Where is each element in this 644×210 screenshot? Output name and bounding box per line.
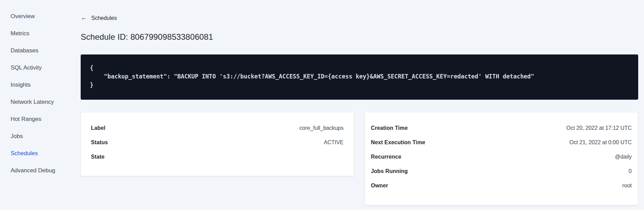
row-label: Creation Time [371, 125, 408, 131]
sidebar-item-hot-ranges[interactable]: Hot Ranges [0, 111, 68, 128]
code-line: { [90, 64, 628, 72]
table-row: Status ACTIVE [91, 135, 344, 150]
row-value: core_full_backups [299, 125, 344, 131]
back-link-label: Schedules [91, 15, 117, 21]
table-row: Recurrence @daily [371, 150, 632, 164]
sidebar-nav: Overview Metrics Databases SQL Activity … [0, 0, 68, 210]
sidebar-item-overview[interactable]: Overview [0, 8, 68, 25]
code-line: } [90, 81, 628, 89]
row-value: Oct 21, 2022 at 0:00 UTC [569, 139, 632, 146]
back-to-schedules-link[interactable]: ← Schedules [81, 15, 117, 21]
page-title: Schedule ID: 806799098533806081 [81, 32, 638, 42]
row-label: Recurrence [371, 154, 401, 160]
schedule-timing-card: Creation Time Oct 20, 2022 at 17:12 UTC … [365, 112, 638, 205]
row-label: Jobs Running [371, 168, 408, 174]
table-row: Jobs Running 0 [371, 164, 632, 178]
schedule-details-card: Label core_full_backups Status ACTIVE St… [81, 112, 354, 176]
sidebar-item-sql-activity[interactable]: SQL Activity [0, 59, 68, 76]
row-value: root [622, 183, 632, 189]
code-line: "backup_statement": "BACKUP INTO 's3://b… [90, 72, 628, 81]
sidebar-item-insights[interactable]: Insights [0, 76, 68, 94]
sidebar-item-jobs[interactable]: Jobs [0, 128, 68, 145]
row-label: Status [91, 139, 108, 146]
row-value: Oct 20, 2022 at 17:12 UTC [566, 125, 632, 131]
backup-statement-code-block: { "backup_statement": "BACKUP INTO 's3:/… [81, 54, 638, 100]
table-row: Label core_full_backups [91, 121, 344, 135]
table-row: Creation Time Oct 20, 2022 at 17:12 UTC [371, 121, 632, 135]
main-content: ← Schedules Schedule ID: 806799098533806… [81, 0, 638, 205]
sidebar-item-advanced-debug[interactable]: Advanced Debug [0, 162, 68, 179]
detail-cards-row: Label core_full_backups Status ACTIVE St… [81, 112, 638, 205]
table-row: Next Execution Time Oct 21, 2022 at 0:00… [371, 135, 632, 150]
row-label: Label [91, 125, 105, 131]
row-label: Next Execution Time [371, 139, 425, 146]
sidebar-item-schedules[interactable]: Schedules [0, 145, 68, 162]
table-row: Owner root [371, 178, 632, 193]
row-value: 0 [629, 168, 632, 174]
sidebar-item-network-latency[interactable]: Network Latency [0, 94, 68, 111]
sidebar-item-metrics[interactable]: Metrics [0, 25, 68, 42]
row-value: ACTIVE [324, 139, 344, 146]
table-row: State [91, 150, 344, 164]
sidebar-item-databases[interactable]: Databases [0, 42, 68, 59]
back-arrow-icon: ← [81, 14, 87, 21]
row-value: @daily [615, 154, 632, 160]
row-label: State [91, 154, 105, 160]
row-label: Owner [371, 183, 388, 189]
